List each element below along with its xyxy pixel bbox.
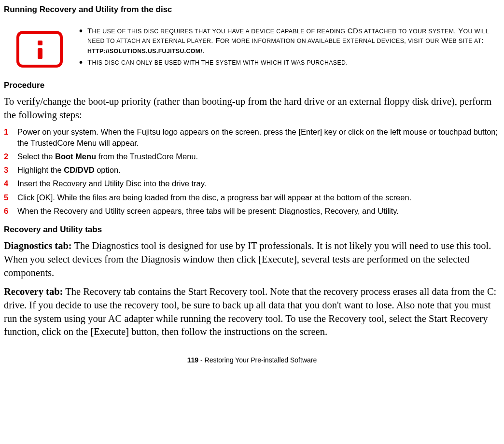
step-3: 3 Highlight the CD/DVD option. <box>4 165 500 175</box>
step-5: 5 Click [OK]. While the files are being … <box>4 192 500 203</box>
recovery-paragraph: Recovery tab: The Recovery tab contains … <box>4 285 500 339</box>
step-number: 5 <box>4 192 11 203</box>
diagnostics-text: The Diagnostics tool is designed for use… <box>4 240 491 278</box>
recovery-text: The Recovery tab contains the Start Reco… <box>4 286 496 337</box>
info-item-2: • THIS DISC CAN ONLY BE USED WITH THE SY… <box>79 57 495 67</box>
svg-rect-2 <box>38 48 42 59</box>
page-number: 119 <box>187 356 198 364</box>
info-callout: • THE USE OF THIS DISC REQUIRES THAT YOU… <box>15 26 495 69</box>
step-text: Insert the Recovery and Utility Disc int… <box>17 178 206 189</box>
tabs-heading: Recovery and Utility tabs <box>4 225 500 235</box>
page-footer: 119 - Restoring Your Pre-installed Softw… <box>4 356 500 364</box>
bullet-icon: • <box>79 26 83 56</box>
step-1: 1 Power on your system. When the Fujitsu… <box>4 126 500 148</box>
step-number: 1 <box>4 126 11 148</box>
step-number: 6 <box>4 206 11 216</box>
step-text: Highlight the CD/DVD option. <box>17 165 121 175</box>
bullet-icon: • <box>79 57 83 67</box>
step-2: 2 Select the Boot Menu from the TrustedC… <box>4 151 500 162</box>
step-number: 4 <box>4 178 11 189</box>
info-icon <box>15 30 64 69</box>
diagnostics-paragraph: Diagnostics tab: The Diagnostics tool is… <box>4 239 500 279</box>
recovery-label: Recovery tab: <box>4 286 63 297</box>
info-item-1: • THE USE OF THIS DISC REQUIRES THAT YOU… <box>79 26 495 56</box>
step-text: Power on your system. When the Fujitsu l… <box>17 126 500 148</box>
step-text: Click [OK]. While the files are being lo… <box>17 192 411 203</box>
info-text-2: THIS DISC CAN ONLY BE USED WITH THE SYST… <box>87 57 348 67</box>
page-heading: Running Recovery and Utility from the di… <box>4 5 500 14</box>
procedure-intro: To verify/change the boot-up priority (r… <box>4 95 500 122</box>
step-number: 2 <box>4 151 11 162</box>
diagnostics-label: Diagnostics tab: <box>4 240 72 251</box>
step-text: Select the Boot Menu from the TrustedCor… <box>17 151 198 162</box>
procedure-heading: Procedure <box>4 81 500 90</box>
step-number: 3 <box>4 165 11 175</box>
step-text: When the Recovery and Utility screen app… <box>17 206 399 216</box>
info-text-1: THE USE OF THIS DISC REQUIRES THAT YOU H… <box>87 26 495 56</box>
footer-text: - Restoring Your Pre-installed Software <box>198 356 317 364</box>
steps-list: 1 Power on your system. When the Fujitsu… <box>4 126 500 216</box>
info-content: • THE USE OF THIS DISC REQUIRES THAT YOU… <box>79 26 495 69</box>
step-4: 4 Insert the Recovery and Utility Disc i… <box>4 178 500 189</box>
svg-rect-1 <box>38 41 42 45</box>
step-6: 6 When the Recovery and Utility screen a… <box>4 206 500 216</box>
